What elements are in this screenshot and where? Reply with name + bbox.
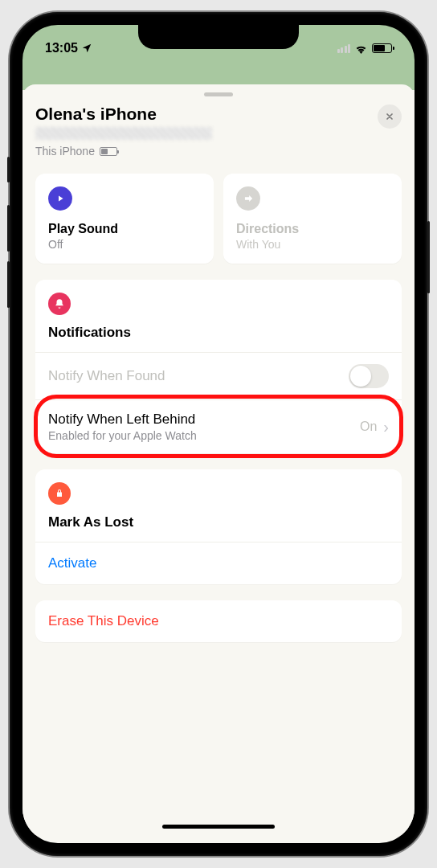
sheet-grabber[interactable]	[204, 92, 233, 96]
volume-down-button	[7, 261, 10, 308]
mark-as-lost-section: Mark As Lost Activate	[35, 469, 402, 584]
silent-switch	[7, 157, 10, 182]
erase-device-button[interactable]: Erase This Device	[35, 600, 402, 642]
close-icon	[385, 112, 394, 121]
mark-as-lost-title: Mark As Lost	[48, 514, 389, 530]
play-icon	[48, 186, 72, 211]
device-location-blurred	[35, 127, 212, 140]
battery-icon	[372, 43, 392, 53]
directions-card: Directions With You	[223, 174, 402, 264]
play-sound-card[interactable]: Play Sound Off	[35, 174, 214, 264]
close-button[interactable]	[378, 104, 402, 129]
action-row: Play Sound Off Directions With You	[35, 174, 402, 264]
activate-button[interactable]: Activate	[35, 542, 402, 584]
notify-left-label: Notify When Left Behind	[48, 411, 360, 428]
notify-when-found-row: Notify When Found	[35, 352, 402, 399]
play-sound-sub: Off	[48, 238, 201, 251]
directions-title: Directions	[236, 222, 389, 236]
wifi-icon	[354, 43, 368, 54]
directions-icon	[236, 186, 260, 211]
notifications-section: Notifications Notify When Found Notify W…	[35, 280, 402, 453]
power-button	[427, 221, 430, 293]
device-subtitle: This iPhone	[35, 145, 95, 158]
notify-left-value: On	[360, 420, 377, 434]
notify-when-left-behind-row[interactable]: Notify When Left Behind Enabled for your…	[35, 399, 402, 453]
device-sheet: Olena's iPhone This iPhone Play Sou	[22, 84, 415, 835]
directions-sub: With You	[236, 238, 389, 251]
lock-icon	[48, 482, 71, 505]
status-time: 13:05	[45, 41, 78, 55]
notify-left-sub: Enabled for your Apple Watch	[48, 429, 360, 442]
notify-when-found-toggle	[349, 364, 389, 388]
notify-when-found-label: Notify When Found	[48, 368, 349, 384]
volume-up-button	[7, 205, 10, 252]
chevron-right-icon: ›	[383, 418, 389, 436]
device-subtitle-row: This iPhone	[35, 145, 378, 158]
location-icon	[81, 43, 92, 54]
notch	[138, 25, 299, 49]
sheet-header: Olena's iPhone This iPhone	[35, 104, 402, 158]
screen: 13:05 Olena's iPhone This iPhone	[22, 25, 415, 843]
cellular-signal-icon	[337, 44, 351, 53]
device-title: Olena's iPhone	[35, 104, 378, 124]
bell-icon	[48, 293, 71, 315]
device-battery-icon	[100, 147, 117, 156]
phone-frame: 13:05 Olena's iPhone This iPhone	[10, 12, 427, 856]
notifications-title: Notifications	[48, 325, 389, 341]
play-sound-title: Play Sound	[48, 222, 201, 236]
home-indicator[interactable]	[162, 825, 275, 829]
